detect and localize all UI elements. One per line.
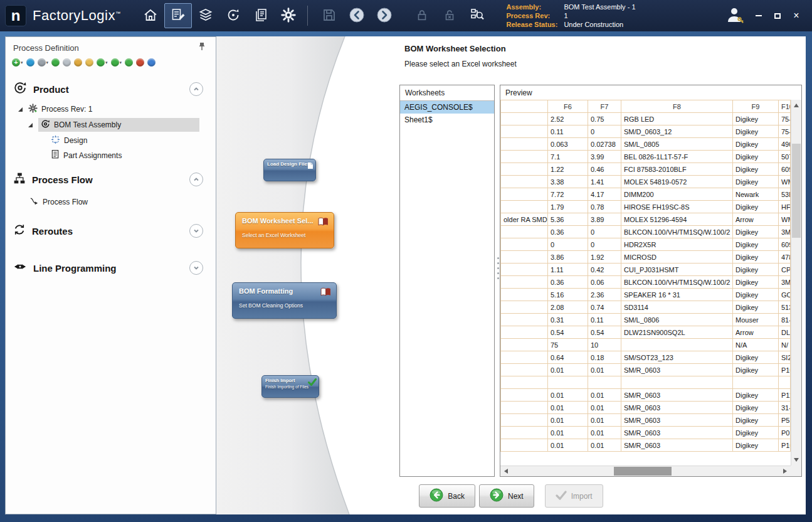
- table-row[interactable]: 0.540.54DLW21SN900SQ2LArrowDL: [501, 326, 791, 339]
- preview-column-header: [501, 100, 548, 113]
- stop-icon[interactable]: [136, 58, 144, 67]
- pin-icon[interactable]: [198, 42, 206, 53]
- collapse-up-icon[interactable]: [189, 173, 203, 186]
- horizontal-scrollbar[interactable]: [500, 466, 791, 476]
- deploy-icon: [111, 58, 119, 67]
- step-load-design-files[interactable]: Load Design Files: [263, 159, 316, 181]
- table-row[interactable]: 7.724.17DIMM200Newark53B: [501, 188, 791, 201]
- back-nav-button[interactable]: [343, 3, 371, 28]
- user-account-button[interactable]: [725, 6, 744, 26]
- table-cell: SPEAKER 16 * 31: [621, 289, 733, 301]
- tree-item-process-rev[interactable]: Process Rev: 1: [6, 102, 216, 116]
- table-row[interactable]: 0.360BLKCON.100/VH/TM1SQ/W.100/2Digikey3…: [501, 226, 791, 238]
- table-row[interactable]: 0.0630.02738SM/L_0805Digikey490: [501, 138, 791, 151]
- selected-tree-item[interactable]: BOM Test Assembly: [38, 118, 199, 132]
- scroll-up-icon[interactable]: [794, 104, 799, 107]
- tree-item-design[interactable]: Design: [6, 134, 216, 147]
- print-icon[interactable]: ▾: [38, 58, 49, 67]
- table-row[interactable]: 0.640.18SM/SOT23_123DigikeySI2: [501, 351, 791, 364]
- deploy-icon[interactable]: ▾: [111, 58, 122, 67]
- expander-icon[interactable]: [18, 107, 23, 112]
- table-row[interactable]: 2.520.75RGB LEDDigikey75-: [501, 113, 791, 125]
- table-cell: 0.01: [588, 402, 621, 414]
- vertical-scrollbar[interactable]: [791, 100, 801, 466]
- table-row[interactable]: 0.010.01SM/R_0603DigikeyP10: [501, 439, 791, 452]
- table-row[interactable]: older RA SMD5.363.89MOLEX 51296-4594Arro…: [501, 213, 791, 226]
- table-row[interactable]: 3.861.92MICROSDDigikey478: [501, 251, 791, 264]
- web-design-icon[interactable]: [26, 58, 34, 67]
- vertical-scroll-thumb[interactable]: [792, 144, 801, 238]
- start-icon[interactable]: [125, 58, 133, 67]
- table-cell: [501, 113, 548, 125]
- scroll-right-icon[interactable]: [783, 469, 787, 474]
- documents-button[interactable]: [247, 3, 275, 28]
- table-cell: Digikey: [733, 301, 779, 314]
- table-row[interactable]: 1.220.46FCI 87583-2010BLFDigikey609: [501, 163, 791, 176]
- close-button[interactable]: ×: [788, 9, 804, 22]
- sidebar-section-product[interactable]: Product: [6, 77, 216, 102]
- step-bom-formatting[interactable]: BOM Formatting Set BOM Cleaning Options: [232, 282, 337, 319]
- table-row[interactable]: 00HDR2X5RDigikey609: [501, 238, 791, 251]
- table-row[interactable]: 0.010.01SM/R_0603DigikeyP0.: [501, 427, 791, 439]
- quality-icon[interactable]: [85, 58, 93, 67]
- table-row[interactable]: 3.381.41MOLEX 54819-0572DigikeyWM: [501, 176, 791, 188]
- table-row[interactable]: 0.310.11SM/L_0806Mouser81-: [501, 314, 791, 326]
- table-row[interactable]: 0.360.06BLKCON.100/VH/TM1SQ/W.100/2Digik…: [501, 276, 791, 289]
- table-row[interactable]: [501, 376, 791, 389]
- horizontal-scroll-thumb[interactable]: [614, 467, 672, 476]
- expander-icon[interactable]: [28, 123, 33, 127]
- settings-button[interactable]: [275, 3, 302, 28]
- save-button[interactable]: [315, 3, 343, 28]
- table-cell: Digikey: [733, 351, 779, 364]
- table-row[interactable]: 1.790.78HIROSE FH19SC-8SDigikeyHF: [501, 201, 791, 213]
- scroll-left-icon[interactable]: [504, 469, 508, 474]
- info-icon[interactable]: [147, 58, 156, 67]
- activate-icon[interactable]: [51, 58, 60, 67]
- unlock-button[interactable]: [436, 3, 463, 28]
- table-row[interactable]: 0.010.01SM/R_0603DigikeyP5: [501, 414, 791, 427]
- preview-body: 2.520.75RGB LEDDigikey75-0.110SM/D_0603_…: [501, 113, 791, 452]
- table-row[interactable]: 0.110SM/D_0603_12Digikey75-: [501, 125, 791, 138]
- materials-button[interactable]: [192, 3, 219, 28]
- table-row[interactable]: 7510N/AN/: [501, 339, 791, 351]
- table-row[interactable]: 0.010.01SM/R_0603DigikeyP11: [501, 389, 791, 402]
- collapse-down-icon[interactable]: [189, 261, 203, 275]
- import-button[interactable]: Import: [545, 484, 603, 508]
- step-finish-import[interactable]: Finish Import Finish Importing of Files: [261, 375, 319, 398]
- step-bom-worksheet-selection[interactable]: BOM Worksheet Sel... Select an Excel Wor…: [235, 212, 334, 248]
- minimize-button[interactable]: [751, 9, 767, 22]
- key-icon[interactable]: [63, 58, 71, 67]
- worksheet-item[interactable]: Sheet1$: [400, 114, 494, 126]
- collapse-up-icon[interactable]: [189, 82, 203, 96]
- audit-button[interactable]: [463, 3, 491, 28]
- maximize-button[interactable]: [769, 9, 786, 22]
- export-icon[interactable]: ▾: [97, 58, 108, 67]
- scroll-down-icon[interactable]: [794, 458, 799, 462]
- tree-item-part-assignments[interactable]: Part Assignments: [6, 148, 216, 162]
- tree-item-bom-test-assembly[interactable]: BOM Test Assembly: [6, 117, 199, 133]
- save-icon: [322, 8, 337, 24]
- lock-button[interactable]: [408, 3, 436, 28]
- table-row[interactable]: 0.010.01SM/R_0603DigikeyP10: [501, 364, 791, 376]
- tree-item-process-flow[interactable]: Process Flow: [6, 195, 216, 209]
- next-button[interactable]: Next: [479, 484, 534, 508]
- back-button[interactable]: Back: [419, 484, 475, 508]
- table-row[interactable]: 2.080.74SD3114Digikey513: [501, 301, 791, 314]
- table-row[interactable]: 5.162.36SPEAKER 16 * 31DigikeyGC: [501, 289, 791, 301]
- sidebar-section-reroutes[interactable]: Reroutes: [6, 219, 216, 243]
- table-cell: SM/SOT23_123: [621, 351, 733, 364]
- add-icon[interactable]: +▾: [12, 58, 23, 67]
- table-row[interactable]: 1.110.42CUI_PJ031HSMTDigikeyCP-: [501, 264, 791, 276]
- forward-nav-button[interactable]: [371, 3, 398, 28]
- table-cell: Digikey: [733, 364, 779, 376]
- sidebar-section-line-programming[interactable]: Line Programming: [6, 255, 216, 280]
- routing-button[interactable]: [219, 3, 247, 28]
- table-row[interactable]: 0.010.01SM/R_0603Digikey31-: [501, 402, 791, 414]
- collapse-down-icon[interactable]: [189, 224, 203, 238]
- worksheet-item[interactable]: AEGIS_CONSOLE$: [400, 101, 494, 114]
- sidebar-section-process-flow[interactable]: Process Flow: [6, 168, 216, 191]
- process-definition-button[interactable]: [164, 3, 192, 28]
- operator-icon[interactable]: [74, 58, 82, 67]
- table-row[interactable]: 7.13.99BEL 0826-1L1T-57-FDigikey507: [501, 151, 791, 163]
- home-button[interactable]: [137, 3, 164, 28]
